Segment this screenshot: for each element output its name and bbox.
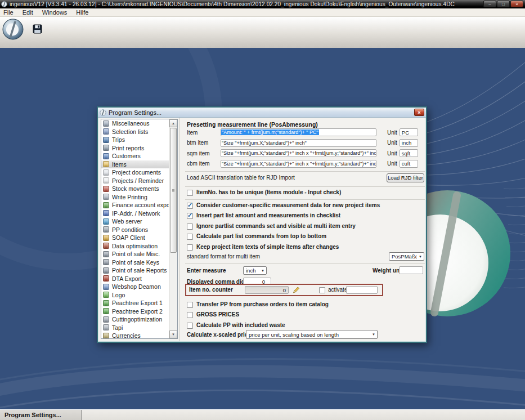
sidebar-item-label: Tapi: [112, 324, 123, 331]
cutting-icon: [103, 316, 109, 323]
dialog-logo-icon: [100, 109, 106, 116]
unit-value: sqft: [402, 150, 410, 157]
sidebar-item[interactable]: Selection lists: [101, 128, 169, 136]
sidebar-item[interactable]: Currencies: [101, 332, 169, 338]
menu-item[interactable]: Edit: [18, 8, 38, 16]
dialog-close-button[interactable]: ×: [414, 109, 424, 116]
web-server-icon: [103, 218, 109, 225]
checkbox-label: Insert part list amount and measurements…: [196, 212, 340, 218]
sidebar-item-label: Print reports: [112, 145, 144, 151]
checkbox-label: Keep project item texts of simple items …: [196, 244, 339, 250]
maximize-button[interactable]: □: [497, 1, 510, 7]
sidebar-item[interactable]: Web server: [101, 217, 169, 226]
sidebar-item[interactable]: PP conditions: [101, 226, 169, 234]
checkbox[interactable]: [187, 312, 193, 318]
formula-input[interactable]: "Size "+frmt(jum.X;"standard")+" inch": [221, 139, 376, 147]
checkbox[interactable]: [187, 234, 193, 240]
menu-item[interactable]: Hilfe: [71, 8, 93, 16]
sidebar-item-label: Point of sale Misc.: [112, 251, 160, 257]
scroll-down-arrow-icon[interactable]: ▼: [169, 330, 177, 338]
checkbox-row: Calculate part list commands from top to…: [183, 233, 427, 243]
checkbox[interactable]: [187, 190, 193, 196]
pos-reports-icon: [103, 267, 109, 274]
formula-value: "Size "+frmt(jum.X;"standard")+" inch": [221, 140, 307, 146]
checkbox[interactable]: [187, 323, 193, 329]
sidebar-item[interactable]: Items: [101, 160, 169, 169]
sidebar-item[interactable]: SOAP Client: [101, 234, 169, 242]
sidebar-item[interactable]: Point of sale Reports: [101, 266, 169, 275]
ascii-import-row: Load ASCII translation table for RJD Imp…: [183, 173, 427, 183]
stock-movements-icon: [103, 186, 109, 192]
sidebar-item[interactable]: Stock movements: [101, 185, 169, 193]
sidebar-item-label: Peachtree Export 1: [112, 300, 163, 306]
menu-item[interactable]: File: [0, 8, 18, 16]
unit-input[interactable]: PC: [400, 128, 418, 136]
save-button[interactable]: [30, 22, 44, 35]
checkbox[interactable]: [187, 203, 193, 209]
ascii-import-label: Load ASCII translation table for RJD Imp…: [187, 175, 295, 181]
scroll-up-arrow-icon[interactable]: ▲: [169, 119, 177, 127]
menu-bar: FileEditWindowsHilfe: [0, 8, 525, 17]
enter-measure-dropdown[interactable]: inch ▼: [243, 266, 267, 275]
application-window: ingeniousV12 [V3.3.41 - 26.03.12] - C:\U…: [0, 0, 525, 420]
sidebar-item[interactable]: Customers: [101, 152, 169, 160]
load-rjd-filter-button[interactable]: Load RJD filter: [387, 173, 424, 182]
checkbox-row: GROSS PRICES: [183, 311, 427, 321]
sidebar-item[interactable]: DTA Export: [101, 275, 169, 283]
list-scrollbar[interactable]: ▲ ▼: [169, 119, 177, 338]
x-scaled-price-dropdown[interactable]: price per unit, scaling based on length …: [246, 330, 378, 339]
formula-input[interactable]: "Size "+frmt(jum.X;"standard")+" inch x …: [221, 149, 376, 157]
sidebar-item[interactable]: Point of sale Keys: [101, 258, 169, 267]
sidebar-item[interactable]: Project documents: [101, 168, 169, 177]
scrollbar-thumb[interactable]: [170, 128, 177, 253]
taskbar-window-button[interactable]: Program Settings...: [0, 410, 82, 420]
sidebar-item[interactable]: Miscellaneous: [101, 119, 169, 128]
sidebar-item[interactable]: Peachtree Export 1: [101, 299, 169, 307]
item-counter-input[interactable]: 0: [245, 286, 289, 294]
checkbox-label: ItemNo. has to be unique (Items module -…: [196, 189, 341, 195]
formula-value: "Amount: " + frmt(jum.m;"standard")+ " P…: [221, 129, 319, 135]
sidebar-item[interactable]: Trips: [101, 136, 169, 144]
sidebar-item-label: Finance account export: [112, 202, 169, 208]
unit-input[interactable]: cuft: [400, 160, 418, 168]
sidebar-item[interactable]: Finance account export: [101, 201, 169, 209]
sidebar-item[interactable]: IP-Addr. / Network: [101, 209, 169, 218]
checkbox[interactable]: [187, 213, 193, 219]
activate-checkbox[interactable]: [319, 287, 325, 293]
sidebar-item[interactable]: Write Printing: [101, 193, 169, 202]
sidebar-item[interactable]: Data optimisation: [101, 242, 169, 251]
print-reports-icon: [103, 145, 109, 151]
measurement-rows: Item "Amount: " + frmt(jum.m;"standard")…: [183, 127, 427, 169]
checkbox-label: Calculate part list commands from top to…: [196, 233, 326, 239]
checkbox-row: ItemNo. has to be unique (Items module -…: [183, 189, 427, 199]
unit-input[interactable]: inch: [400, 139, 418, 147]
menu-item[interactable]: Windows: [38, 8, 72, 16]
unit-value: PC: [402, 129, 409, 136]
enter-measure-row: Enter measure inch ▼ Weight unit: [183, 266, 427, 275]
sidebar-item[interactable]: Peachtree Export 2: [101, 307, 169, 316]
close-button[interactable]: ×: [510, 1, 523, 7]
formula-input[interactable]: "Size "+frmt(jum.X;"standard")+" inch x …: [221, 160, 376, 168]
checkbox[interactable]: [187, 244, 193, 251]
sidebar-item[interactable]: Logo: [101, 291, 169, 300]
pencil-edit-icon[interactable]: [292, 286, 300, 294]
minimize-button[interactable]: –: [483, 1, 496, 7]
weight-unit-input[interactable]: [399, 266, 423, 274]
checkbox[interactable]: [187, 224, 193, 230]
checkbox[interactable]: [187, 302, 193, 308]
desktop-area: Program Settings... × Miscellaneous Sele…: [0, 48, 525, 409]
sidebar-item[interactable]: Print reports: [101, 144, 169, 153]
multi-item-format-dropdown[interactable]: PosPMaße ▼: [389, 252, 424, 261]
sidebar-item[interactable]: Tapi: [101, 324, 169, 332]
sidebar-item[interactable]: Cuttingoptimization: [101, 315, 169, 324]
logo-icon: [103, 292, 109, 298]
unit-label: Unit: [387, 129, 397, 136]
counter-code-input[interactable]: [346, 286, 378, 294]
sidebar-item[interactable]: Point of sale Misc.: [101, 250, 169, 258]
sidebar-item[interactable]: Webshop Deamon: [101, 283, 169, 291]
sidebar-item[interactable]: Projects / Reminder: [101, 177, 169, 185]
unit-input[interactable]: sqft: [400, 149, 418, 157]
formula-input[interactable]: "Amount: " + frmt(jum.m;"standard")+ " P…: [221, 128, 376, 136]
pp-conditions-icon: [103, 226, 109, 233]
window-title: ingeniousV12 [V3.3.41 - 26.03.12] - C:\U…: [10, 1, 525, 7]
